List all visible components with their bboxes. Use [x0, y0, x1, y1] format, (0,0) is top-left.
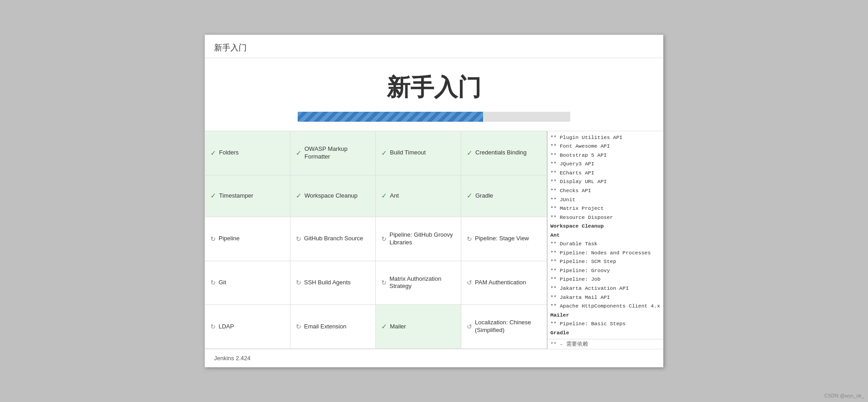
sidebar-item: ** Checks API — [550, 186, 660, 195]
check-icon: ✓ — [381, 192, 387, 200]
plugin-credentials-binding: ✓ Credentials Binding — [461, 131, 547, 175]
modal-content: ✓ Folders ✓ OWASP Markup Formatter ✓ Bui… — [205, 131, 663, 349]
plugin-label: Email Extension — [304, 323, 346, 331]
sidebar-item: ** Jakarta Activation API — [550, 284, 660, 293]
sidebar-item: ** Matrix Project — [550, 204, 660, 213]
plugin-localization-chinese: ↺ Localization: Chinese (Simplified) — [461, 305, 547, 349]
spin-icon: ↻ — [381, 279, 387, 286]
plugin-label: LDAP — [219, 323, 234, 331]
sidebar-item: ** Pipeline: SCM Step — [550, 257, 660, 266]
version-label: Jenkins 2.424 — [214, 355, 250, 362]
plugin-pam-auth: ↺ PAM Authentication — [461, 261, 547, 305]
sidebar-item: ** Pipeline: Basic Steps — [550, 319, 660, 328]
spin-icon: ↻ — [210, 279, 216, 286]
plugin-email-extension: ↻ Email Extension — [290, 305, 376, 349]
spin-icon: ↻ — [381, 235, 387, 243]
plugin-label: Pipeline — [219, 235, 239, 243]
sidebar-item-bold: Workspace Cleanup — [550, 222, 660, 231]
progress-bar-fill — [298, 112, 483, 122]
spin-icon: ↻ — [210, 235, 216, 243]
plugin-label: Timestamper — [219, 192, 253, 200]
side-content[interactable]: ** Plugin Utilities API ** Font Awesome … — [548, 131, 663, 339]
sidebar-item: ** Durable Task — [550, 239, 660, 248]
spin-icon: ↻ — [296, 323, 301, 330]
plugin-label: Gradle — [475, 192, 493, 200]
plugin-label: Pipeline: GitHub Groovy Libraries — [389, 231, 455, 247]
plugin-gradle: ✓ Gradle — [461, 175, 547, 217]
plugin-workspace-cleanup: ✓ Workspace Cleanup — [290, 175, 376, 217]
plugin-label: GitHub Branch Source — [304, 235, 363, 243]
check-icon: ✓ — [381, 323, 387, 331]
plugin-label: PAM Authentication — [475, 279, 526, 287]
plugin-github-branch-source: ↻ GitHub Branch Source — [290, 217, 376, 261]
plugin-label: Credentials Binding — [475, 149, 527, 157]
check-icon: ✓ — [467, 192, 473, 200]
plugin-ant: ✓ Ant — [376, 175, 461, 217]
sidebar-item-bold: Ant — [550, 231, 660, 240]
check-icon: ✓ — [210, 149, 216, 157]
watermark: CSDN @wyc_ok_ — [824, 393, 864, 398]
sidebar-item: ** JUnit — [550, 195, 660, 204]
plugin-label: Localization: Chinese (Simplified) — [475, 319, 541, 334]
sidebar-item: ** Jakarta Mail API — [550, 293, 660, 302]
check-icon: ✓ — [296, 149, 302, 157]
sidebar-item: ** Plugin Utilities API — [550, 133, 660, 142]
plugin-label: Git — [219, 279, 226, 287]
plugins-grid: ✓ Folders ✓ OWASP Markup Formatter ✓ Bui… — [205, 131, 547, 349]
plugin-ssh-build-agents: ↻ SSH Build Agents — [290, 261, 376, 305]
check-icon: ✓ — [381, 149, 387, 157]
plugin-pipeline-github-groovy: ↻ Pipeline: GitHub Groovy Libraries — [376, 217, 461, 261]
plugin-pipeline: ↻ Pipeline — [205, 217, 290, 261]
sidebar-item: ** Resource Disposer — [550, 213, 660, 222]
modal-hero: 新手入门 — [205, 58, 663, 131]
plugin-git: ↻ Git — [205, 261, 290, 305]
sidebar-item: ** Font Awesome API — [550, 142, 660, 151]
sidebar-item: ** Pipeline: Job — [550, 275, 660, 284]
sidebar-footer: ** - 需要依赖 — [548, 339, 663, 349]
check-icon: ✓ — [467, 149, 473, 157]
side-panel: ** Plugin Utilities API ** Font Awesome … — [547, 131, 663, 349]
sidebar-item: ** Pipeline: Nodes and Processes — [550, 248, 660, 258]
plugin-owasp: ✓ OWASP Markup Formatter — [290, 131, 376, 175]
sidebar-item: ** Apache HttpComponents Client 4.x API — [550, 302, 660, 311]
spin-icon: ↻ — [296, 279, 301, 286]
sidebar-item: ** Pipeline: Groovy — [550, 266, 660, 275]
check-icon: ✓ — [210, 192, 216, 200]
plugin-label: Pipeline: Stage View — [475, 235, 529, 243]
modal-header: 新手入门 — [205, 35, 663, 58]
modal-footer: Jenkins 2.424 — [205, 349, 663, 367]
sidebar-item-bold: Gradle — [550, 328, 660, 337]
plugin-timestamper: ✓ Timestamper — [205, 175, 290, 217]
spin-icon: ↻ — [467, 235, 472, 243]
plugin-pipeline-stage-view: ↻ Pipeline: Stage View — [461, 217, 547, 261]
plugin-ldap: ↻ LDAP — [205, 305, 290, 349]
sidebar-item: ** Bootstrap 5 API — [550, 151, 660, 160]
plugin-label: Folders — [219, 149, 239, 157]
check-icon: ✓ — [296, 192, 302, 200]
main-modal: 新手入门 新手入门 ✓ Folders ✓ OWASP Markup Forma… — [205, 35, 663, 368]
plugin-mailer: ✓ Mailer — [376, 305, 461, 349]
spin-icon: ↻ — [296, 235, 301, 243]
spin-partial-icon: ↺ — [467, 323, 472, 330]
plugin-label: SSH Build Agents — [304, 279, 351, 287]
sidebar-item-bold: Mailer — [550, 311, 660, 320]
sidebar-item: ** JQuery3 API — [550, 159, 660, 169]
spin-partial-icon: ↺ — [467, 279, 472, 286]
plugin-label: OWASP Markup Formatter — [304, 145, 370, 161]
sidebar-item: ** Display URL API — [550, 177, 660, 186]
plugin-build-timeout: ✓ Build Timeout — [376, 131, 461, 175]
spin-icon: ↻ — [210, 323, 216, 330]
plugin-matrix-auth: ↻ Matrix Authorization Strategy — [376, 261, 461, 305]
plugin-label: Mailer — [390, 323, 406, 331]
plugin-label: Matrix Authorization Strategy — [389, 275, 455, 291]
progress-bar-container — [298, 112, 570, 122]
plugin-label: Ant — [390, 192, 399, 200]
plugin-label: Workspace Cleanup — [304, 192, 358, 200]
plugin-label: Build Timeout — [390, 149, 426, 157]
plugin-folders: ✓ Folders — [205, 131, 290, 175]
hero-title: 新手入门 — [387, 72, 481, 104]
modal-header-title: 新手入门 — [214, 43, 247, 52]
sidebar-item: ** ECharts API — [550, 169, 660, 178]
